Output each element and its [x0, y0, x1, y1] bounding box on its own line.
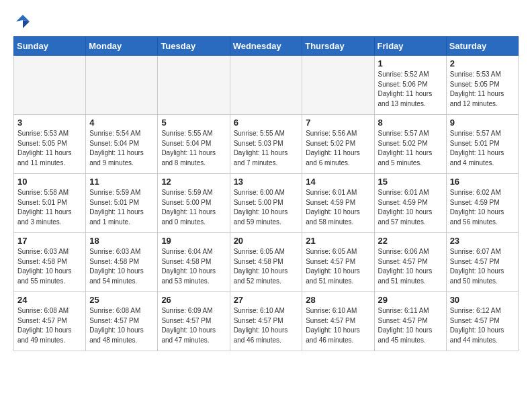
calendar-table: SundayMondayTuesdayWednesdayThursdayFrid… — [13, 36, 519, 351]
day-info: Sunrise: 6:10 AM Sunset: 4:57 PM Dayligh… — [306, 306, 370, 345]
calendar-cell: 25Sunrise: 6:08 AM Sunset: 4:57 PM Dayli… — [86, 292, 158, 351]
day-info: Sunrise: 6:03 AM Sunset: 4:58 PM Dayligh… — [17, 247, 82, 286]
calendar-cell: 1Sunrise: 5:52 AM Sunset: 5:06 PM Daylig… — [374, 56, 446, 115]
week-row-1: 1Sunrise: 5:52 AM Sunset: 5:06 PM Daylig… — [14, 56, 519, 115]
calendar-cell — [14, 56, 86, 115]
week-row-3: 10Sunrise: 5:58 AM Sunset: 5:01 PM Dayli… — [14, 174, 519, 233]
day-number: 19 — [161, 236, 226, 246]
day-number: 10 — [17, 177, 82, 187]
calendar-cell: 20Sunrise: 6:05 AM Sunset: 4:58 PM Dayli… — [230, 233, 302, 292]
day-number: 12 — [161, 177, 226, 187]
week-row-5: 24Sunrise: 6:08 AM Sunset: 4:57 PM Dayli… — [14, 292, 519, 351]
day-number: 8 — [378, 118, 443, 128]
day-info: Sunrise: 6:00 AM Sunset: 5:00 PM Dayligh… — [234, 188, 299, 227]
day-number: 5 — [161, 118, 226, 128]
day-info: Sunrise: 6:04 AM Sunset: 4:58 PM Dayligh… — [161, 247, 226, 286]
day-number: 6 — [234, 118, 299, 128]
calendar-cell: 3Sunrise: 5:53 AM Sunset: 5:05 PM Daylig… — [14, 115, 86, 174]
day-info: Sunrise: 6:01 AM Sunset: 4:59 PM Dayligh… — [378, 188, 443, 227]
weekday-header-monday: Monday — [86, 37, 158, 56]
weekday-header-friday: Friday — [374, 37, 446, 56]
calendar-cell: 30Sunrise: 6:12 AM Sunset: 4:57 PM Dayli… — [446, 292, 518, 351]
calendar-cell: 11Sunrise: 5:59 AM Sunset: 5:01 PM Dayli… — [86, 174, 158, 233]
day-info: Sunrise: 5:54 AM Sunset: 5:04 PM Dayligh… — [89, 129, 154, 168]
day-info: Sunrise: 5:53 AM Sunset: 5:05 PM Dayligh… — [17, 129, 82, 168]
day-number: 21 — [306, 236, 370, 246]
day-number: 15 — [378, 177, 443, 187]
day-info: Sunrise: 5:59 AM Sunset: 5:00 PM Dayligh… — [161, 188, 226, 227]
day-number: 2 — [450, 58, 515, 68]
calendar-cell — [230, 56, 302, 115]
calendar-cell: 21Sunrise: 6:05 AM Sunset: 4:57 PM Dayli… — [302, 233, 374, 292]
day-number: 29 — [378, 295, 443, 305]
day-info: Sunrise: 6:02 AM Sunset: 4:59 PM Dayligh… — [450, 188, 515, 227]
calendar-cell — [86, 56, 158, 115]
weekday-header-sunday: Sunday — [14, 37, 86, 56]
day-number: 30 — [450, 295, 515, 305]
day-number: 22 — [378, 236, 443, 246]
day-info: Sunrise: 6:08 AM Sunset: 4:57 PM Dayligh… — [17, 306, 82, 345]
day-number: 16 — [450, 177, 515, 187]
day-info: Sunrise: 5:56 AM Sunset: 5:02 PM Dayligh… — [306, 129, 370, 168]
calendar-cell: 9Sunrise: 5:57 AM Sunset: 5:01 PM Daylig… — [446, 115, 518, 174]
calendar-cell: 27Sunrise: 6:10 AM Sunset: 4:57 PM Dayli… — [230, 292, 302, 351]
week-row-2: 3Sunrise: 5:53 AM Sunset: 5:05 PM Daylig… — [14, 115, 519, 174]
calendar-cell — [302, 56, 374, 115]
calendar-cell: 4Sunrise: 5:54 AM Sunset: 5:04 PM Daylig… — [86, 115, 158, 174]
day-number: 7 — [306, 118, 370, 128]
calendar-cell: 17Sunrise: 6:03 AM Sunset: 4:58 PM Dayli… — [14, 233, 86, 292]
calendar-cell: 15Sunrise: 6:01 AM Sunset: 4:59 PM Dayli… — [374, 174, 446, 233]
weekday-header-saturday: Saturday — [446, 37, 518, 56]
calendar-cell: 18Sunrise: 6:03 AM Sunset: 4:58 PM Dayli… — [86, 233, 158, 292]
calendar-cell: 14Sunrise: 6:01 AM Sunset: 4:59 PM Dayli… — [302, 174, 374, 233]
calendar-cell: 28Sunrise: 6:10 AM Sunset: 4:57 PM Dayli… — [302, 292, 374, 351]
calendar-cell: 29Sunrise: 6:11 AM Sunset: 4:57 PM Dayli… — [374, 292, 446, 351]
day-number: 26 — [161, 295, 226, 305]
calendar-cell: 2Sunrise: 5:53 AM Sunset: 5:05 PM Daylig… — [446, 56, 518, 115]
day-number: 20 — [234, 236, 299, 246]
calendar-cell: 19Sunrise: 6:04 AM Sunset: 4:58 PM Dayli… — [158, 233, 230, 292]
day-number: 4 — [89, 118, 154, 128]
day-info: Sunrise: 6:09 AM Sunset: 4:57 PM Dayligh… — [161, 306, 226, 345]
day-number: 27 — [234, 295, 299, 305]
day-info: Sunrise: 5:53 AM Sunset: 5:05 PM Dayligh… — [450, 70, 515, 109]
logo — [13, 13, 31, 30]
day-number: 3 — [17, 118, 82, 128]
day-info: Sunrise: 6:05 AM Sunset: 4:57 PM Dayligh… — [306, 247, 370, 286]
day-info: Sunrise: 6:12 AM Sunset: 4:57 PM Dayligh… — [450, 306, 515, 345]
day-info: Sunrise: 6:03 AM Sunset: 4:58 PM Dayligh… — [89, 247, 154, 286]
weekday-header-row: SundayMondayTuesdayWednesdayThursdayFrid… — [14, 37, 519, 56]
day-number: 17 — [17, 236, 82, 246]
day-number: 13 — [234, 177, 299, 187]
calendar-cell: 8Sunrise: 5:57 AM Sunset: 5:02 PM Daylig… — [374, 115, 446, 174]
day-info: Sunrise: 5:55 AM Sunset: 5:04 PM Dayligh… — [161, 129, 226, 168]
weekday-header-thursday: Thursday — [302, 37, 374, 56]
calendar-cell: 10Sunrise: 5:58 AM Sunset: 5:01 PM Dayli… — [14, 174, 86, 233]
day-info: Sunrise: 6:05 AM Sunset: 4:58 PM Dayligh… — [234, 247, 299, 286]
page-header — [13, 13, 519, 30]
day-number: 28 — [306, 295, 370, 305]
day-info: Sunrise: 5:55 AM Sunset: 5:03 PM Dayligh… — [234, 129, 299, 168]
day-info: Sunrise: 5:57 AM Sunset: 5:02 PM Dayligh… — [378, 129, 443, 168]
day-info: Sunrise: 6:07 AM Sunset: 4:57 PM Dayligh… — [450, 247, 515, 286]
calendar-cell: 12Sunrise: 5:59 AM Sunset: 5:00 PM Dayli… — [158, 174, 230, 233]
day-info: Sunrise: 6:06 AM Sunset: 4:57 PM Dayligh… — [378, 247, 443, 286]
day-info: Sunrise: 6:01 AM Sunset: 4:59 PM Dayligh… — [306, 188, 370, 227]
calendar-cell: 26Sunrise: 6:09 AM Sunset: 4:57 PM Dayli… — [158, 292, 230, 351]
day-number: 9 — [450, 118, 515, 128]
calendar-cell: 22Sunrise: 6:06 AM Sunset: 4:57 PM Dayli… — [374, 233, 446, 292]
calendar-cell: 16Sunrise: 6:02 AM Sunset: 4:59 PM Dayli… — [446, 174, 518, 233]
calendar-cell: 23Sunrise: 6:07 AM Sunset: 4:57 PM Dayli… — [446, 233, 518, 292]
day-info: Sunrise: 6:10 AM Sunset: 4:57 PM Dayligh… — [234, 306, 299, 345]
calendar-cell: 6Sunrise: 5:55 AM Sunset: 5:03 PM Daylig… — [230, 115, 302, 174]
calendar-cell: 13Sunrise: 6:00 AM Sunset: 5:00 PM Dayli… — [230, 174, 302, 233]
day-info: Sunrise: 6:08 AM Sunset: 4:57 PM Dayligh… — [89, 306, 154, 345]
weekday-header-wednesday: Wednesday — [230, 37, 302, 56]
day-number: 25 — [89, 295, 154, 305]
weekday-header-tuesday: Tuesday — [158, 37, 230, 56]
calendar-cell: 5Sunrise: 5:55 AM Sunset: 5:04 PM Daylig… — [158, 115, 230, 174]
day-number: 18 — [89, 236, 154, 246]
day-number: 24 — [17, 295, 82, 305]
day-number: 11 — [89, 177, 154, 187]
logo-icon — [15, 13, 31, 30]
